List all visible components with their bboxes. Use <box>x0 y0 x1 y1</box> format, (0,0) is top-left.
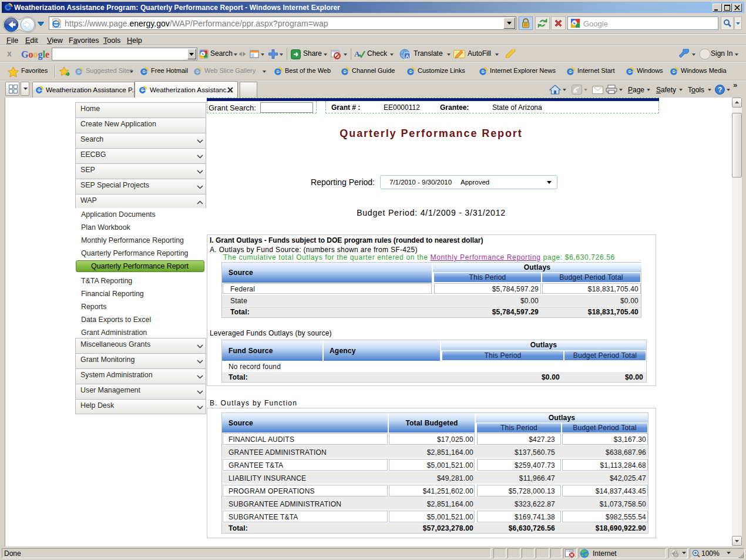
svg-text:A: A <box>405 53 409 59</box>
svg-text:?: ? <box>718 86 722 94</box>
svg-text:A: A <box>354 49 360 58</box>
